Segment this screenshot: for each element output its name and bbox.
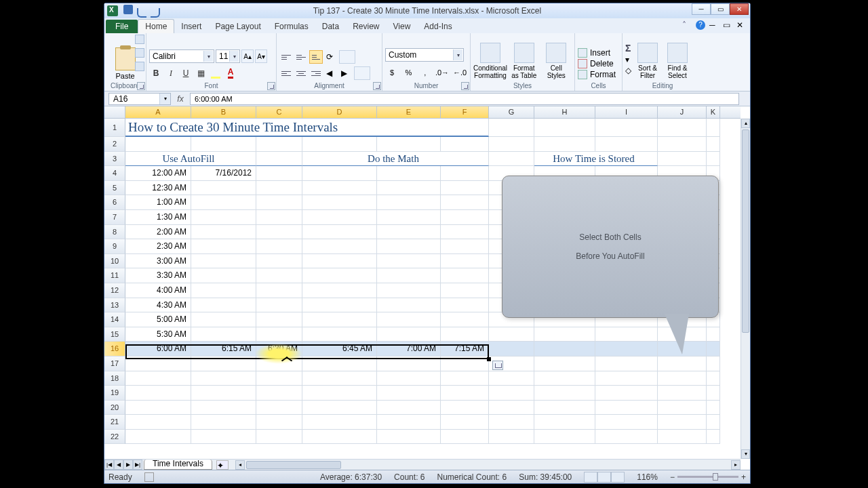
cell[interactable]: 3:30 AM [125,268,191,283]
column-header[interactable]: B [191,106,256,118]
cell[interactable] [377,327,441,342]
align-left-button[interactable] [279,66,293,80]
shrink-font-button[interactable]: A▾ [255,49,267,63]
cell[interactable] [191,195,256,210]
cell[interactable] [377,254,441,269]
tab-data[interactable]: Data [315,20,346,33]
zoom-level[interactable]: 116% [637,472,658,482]
workbook-restore-icon[interactable]: ▭ [723,20,732,30]
cell[interactable] [489,371,534,386]
cell[interactable] [302,401,377,415]
cell[interactable]: 6:45 AM [302,342,377,357]
row-header[interactable]: 22 [104,430,125,445]
cell[interactable] [658,430,707,445]
cell[interactable] [441,415,489,430]
cell[interactable] [125,386,191,401]
cell[interactable]: 7:15 AM [441,342,489,357]
page-break-view-button[interactable] [611,472,625,483]
scroll-up-icon[interactable]: ▴ [741,119,750,128]
cell[interactable]: 12:30 AM [125,181,191,196]
alignment-launcher[interactable] [373,82,381,90]
column-header[interactable]: F [441,106,489,118]
cell[interactable] [256,386,302,401]
row-header[interactable]: 11 [104,268,125,283]
row-header[interactable]: 1 [104,119,125,137]
cell[interactable] [534,386,595,401]
font-name-combo[interactable]: Calibri▾ [149,49,214,63]
cell[interactable] [191,415,256,430]
cell[interactable] [377,166,441,181]
row-header[interactable]: 18 [104,371,125,386]
percent-format-button[interactable]: % [401,66,415,79]
cell[interactable] [191,386,256,401]
column-header[interactable]: A [125,106,191,118]
cell[interactable] [191,181,256,196]
row-header[interactable]: 21 [104,415,125,430]
cell[interactable]: 6:30 AM [256,342,302,357]
cell[interactable] [191,137,256,152]
cell[interactable] [191,225,256,240]
border-button[interactable]: ▦ [194,66,208,80]
row-header[interactable]: 12 [104,283,125,298]
italic-button[interactable]: I [164,66,178,80]
underline-button[interactable]: U [179,66,193,80]
row-header[interactable]: 6 [104,195,125,210]
cell[interactable] [441,195,489,210]
cell[interactable] [191,430,256,445]
cell[interactable] [256,137,302,152]
workbook-minimize-icon[interactable]: ─ [709,20,719,30]
align-center-button[interactable] [294,66,308,80]
format-painter-icon[interactable] [135,62,144,71]
bold-button[interactable]: B [149,66,163,80]
cell[interactable] [191,298,256,313]
decrease-decimal-button[interactable]: ←.0 [452,66,467,79]
cell[interactable] [707,327,720,342]
cell[interactable] [441,225,489,240]
help-icon[interactable]: ? [696,20,705,30]
cell[interactable] [191,239,256,254]
select-all-corner[interactable] [104,106,125,118]
cell[interactable] [595,415,658,430]
cell[interactable] [302,357,377,371]
row-header[interactable]: 17 [104,357,125,371]
cell[interactable] [125,371,191,386]
accounting-format-button[interactable]: $ [385,66,399,79]
cell[interactable] [441,181,489,196]
chevron-down-icon[interactable]: ▾ [453,49,462,60]
row-header[interactable]: 9 [104,239,125,254]
scroll-down-icon[interactable]: ▾ [741,449,750,459]
cell[interactable] [595,137,658,152]
cell[interactable] [377,195,441,210]
cell[interactable] [595,371,658,386]
cell[interactable] [707,357,720,371]
cell[interactable] [256,268,302,283]
cell[interactable] [377,298,441,313]
row-header[interactable]: 2 [104,137,125,152]
chevron-down-icon[interactable]: ▾ [159,94,170,104]
cell[interactable] [441,327,489,342]
cell[interactable] [441,298,489,313]
column-header[interactable]: D [302,106,377,118]
sort-filter-button[interactable]: Sort & Filter [634,43,661,79]
tab-file[interactable]: File [106,20,138,33]
row-header[interactable]: 3 [104,152,125,167]
cell[interactable] [658,357,707,371]
cell[interactable] [707,371,720,386]
cell[interactable]: 5:00 AM [125,312,191,327]
cell[interactable] [441,401,489,415]
cell[interactable] [595,342,658,357]
cell[interactable] [377,357,441,371]
grow-font-button[interactable]: A▴ [241,49,254,63]
cell[interactable] [191,210,256,225]
cell[interactable]: 7/16/2012 [191,166,256,181]
zoom-slider[interactable]: − + [670,472,746,482]
cell[interactable]: 4:00 AM [125,283,191,298]
cell[interactable] [707,386,720,401]
cell[interactable] [489,327,534,342]
cell[interactable] [256,298,302,313]
cell[interactable]: 3:00 AM [125,254,191,269]
row-header[interactable]: 4 [104,166,125,181]
cell[interactable]: How to Create 30 Minute Time Intervals [125,119,489,137]
cell-styles-button[interactable]: Cell Styles [542,43,571,79]
cell[interactable] [302,268,377,283]
